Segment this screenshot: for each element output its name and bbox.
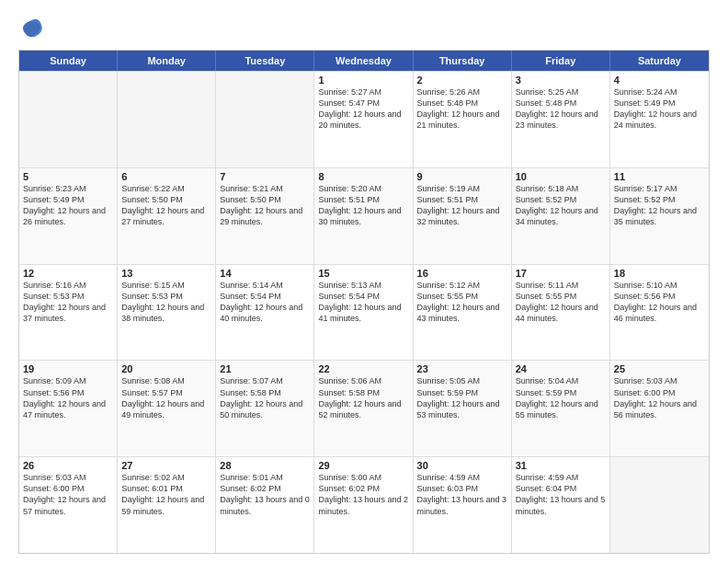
day-info: Sunrise: 5:09 AM Sunset: 5:56 PM Dayligh…	[23, 375, 113, 420]
page: SundayMondayTuesdayWednesdayThursdayFrid…	[0, 0, 728, 563]
header-cell-monday: Monday	[118, 51, 216, 71]
day-info: Sunrise: 5:26 AM Sunset: 5:48 PM Dayligh…	[417, 86, 507, 132]
calendar-body: 1Sunrise: 5:27 AM Sunset: 5:47 PM Daylig…	[19, 71, 709, 553]
day-number: 22	[318, 363, 408, 374]
day-number: 29	[318, 460, 408, 471]
empty-cell	[610, 457, 709, 553]
day-number: 24	[516, 363, 606, 374]
day-number: 20	[121, 363, 211, 374]
day-number: 27	[121, 460, 211, 471]
day-number: 23	[417, 363, 507, 374]
day-cell-10: 10Sunrise: 5:18 AM Sunset: 5:52 PM Dayli…	[512, 168, 610, 264]
day-cell-20: 20Sunrise: 5:08 AM Sunset: 5:57 PM Dayli…	[118, 361, 216, 456]
calendar-row-1: 5Sunrise: 5:23 AM Sunset: 5:49 PM Daylig…	[19, 167, 709, 264]
day-cell-11: 11Sunrise: 5:17 AM Sunset: 5:52 PM Dayli…	[610, 168, 709, 264]
day-number: 13	[121, 268, 211, 279]
day-cell-30: 30Sunrise: 4:59 AM Sunset: 6:03 PM Dayli…	[414, 457, 512, 553]
day-info: Sunrise: 5:20 AM Sunset: 5:51 PM Dayligh…	[318, 183, 408, 228]
day-cell-19: 19Sunrise: 5:09 AM Sunset: 5:56 PM Dayli…	[19, 361, 118, 456]
day-info: Sunrise: 4:59 AM Sunset: 6:04 PM Dayligh…	[516, 472, 606, 517]
day-info: Sunrise: 5:25 AM Sunset: 5:48 PM Dayligh…	[516, 86, 606, 132]
day-number: 26	[23, 460, 113, 471]
day-info: Sunrise: 5:03 AM Sunset: 6:00 PM Dayligh…	[614, 375, 705, 420]
day-info: Sunrise: 5:08 AM Sunset: 5:57 PM Dayligh…	[121, 375, 211, 420]
day-number: 5	[23, 171, 113, 182]
day-info: Sunrise: 5:14 AM Sunset: 5:54 PM Dayligh…	[220, 280, 310, 325]
day-cell-26: 26Sunrise: 5:03 AM Sunset: 6:00 PM Dayli…	[19, 457, 118, 553]
day-cell-24: 24Sunrise: 5:04 AM Sunset: 5:59 PM Dayli…	[512, 361, 610, 456]
day-info: Sunrise: 5:02 AM Sunset: 6:01 PM Dayligh…	[121, 472, 211, 517]
day-number: 21	[220, 363, 310, 374]
empty-cell	[216, 72, 314, 167]
day-number: 10	[516, 171, 606, 182]
day-number: 1	[318, 75, 408, 86]
day-info: Sunrise: 5:10 AM Sunset: 5:56 PM Dayligh…	[614, 280, 705, 325]
header-cell-friday: Friday	[512, 51, 610, 71]
day-info: Sunrise: 5:16 AM Sunset: 5:53 PM Dayligh…	[23, 280, 113, 325]
day-cell-3: 3Sunrise: 5:25 AM Sunset: 5:48 PM Daylig…	[512, 72, 610, 167]
day-cell-21: 21Sunrise: 5:07 AM Sunset: 5:58 PM Dayli…	[216, 361, 314, 456]
day-cell-23: 23Sunrise: 5:05 AM Sunset: 5:59 PM Dayli…	[414, 361, 512, 456]
day-number: 6	[121, 171, 211, 182]
day-info: Sunrise: 5:23 AM Sunset: 5:49 PM Dayligh…	[23, 183, 113, 228]
day-info: Sunrise: 5:15 AM Sunset: 5:53 PM Dayligh…	[121, 280, 211, 325]
day-cell-1: 1Sunrise: 5:27 AM Sunset: 5:47 PM Daylig…	[314, 72, 413, 167]
day-cell-7: 7Sunrise: 5:21 AM Sunset: 5:50 PM Daylig…	[216, 168, 314, 264]
header-cell-thursday: Thursday	[414, 51, 512, 71]
day-cell-5: 5Sunrise: 5:23 AM Sunset: 5:49 PM Daylig…	[19, 168, 118, 264]
day-info: Sunrise: 5:11 AM Sunset: 5:55 PM Dayligh…	[516, 280, 606, 325]
day-cell-31: 31Sunrise: 4:59 AM Sunset: 6:04 PM Dayli…	[512, 457, 610, 553]
day-cell-18: 18Sunrise: 5:10 AM Sunset: 5:56 PM Dayli…	[610, 265, 709, 361]
day-info: Sunrise: 5:18 AM Sunset: 5:52 PM Dayligh…	[516, 183, 606, 228]
day-cell-13: 13Sunrise: 5:15 AM Sunset: 5:53 PM Dayli…	[118, 265, 216, 361]
day-number: 4	[614, 75, 705, 86]
header-cell-sunday: Sunday	[19, 51, 118, 71]
day-number: 30	[417, 460, 507, 471]
day-cell-8: 8Sunrise: 5:20 AM Sunset: 5:51 PM Daylig…	[314, 168, 413, 264]
day-info: Sunrise: 5:22 AM Sunset: 5:50 PM Dayligh…	[121, 183, 211, 228]
day-info: Sunrise: 5:07 AM Sunset: 5:58 PM Dayligh…	[220, 375, 310, 420]
calendar-row-3: 19Sunrise: 5:09 AM Sunset: 5:56 PM Dayli…	[19, 360, 709, 456]
header	[18, 15, 710, 40]
logo	[18, 15, 48, 40]
calendar-header-row: SundayMondayTuesdayWednesdayThursdayFrid…	[19, 51, 709, 71]
calendar-row-4: 26Sunrise: 5:03 AM Sunset: 6:00 PM Dayli…	[19, 456, 709, 553]
logo-icon	[18, 15, 44, 40]
day-number: 25	[614, 363, 705, 374]
day-number: 12	[23, 268, 113, 279]
day-number: 18	[614, 268, 705, 279]
day-cell-14: 14Sunrise: 5:14 AM Sunset: 5:54 PM Dayli…	[216, 265, 314, 361]
day-number: 7	[220, 171, 310, 182]
day-info: Sunrise: 5:13 AM Sunset: 5:54 PM Dayligh…	[318, 280, 408, 325]
day-number: 14	[220, 268, 310, 279]
day-cell-25: 25Sunrise: 5:03 AM Sunset: 6:00 PM Dayli…	[610, 361, 709, 456]
day-info: Sunrise: 5:05 AM Sunset: 5:59 PM Dayligh…	[417, 375, 507, 420]
day-cell-2: 2Sunrise: 5:26 AM Sunset: 5:48 PM Daylig…	[414, 72, 512, 167]
day-cell-6: 6Sunrise: 5:22 AM Sunset: 5:50 PM Daylig…	[118, 168, 216, 264]
day-cell-29: 29Sunrise: 5:00 AM Sunset: 6:02 PM Dayli…	[314, 457, 413, 553]
day-cell-27: 27Sunrise: 5:02 AM Sunset: 6:01 PM Dayli…	[118, 457, 216, 553]
day-cell-15: 15Sunrise: 5:13 AM Sunset: 5:54 PM Dayli…	[314, 265, 413, 361]
empty-cell	[19, 72, 118, 167]
day-info: Sunrise: 5:01 AM Sunset: 6:02 PM Dayligh…	[220, 472, 310, 517]
day-number: 11	[614, 171, 705, 182]
day-info: Sunrise: 5:12 AM Sunset: 5:55 PM Dayligh…	[417, 280, 507, 325]
day-number: 2	[417, 75, 507, 86]
calendar-row-2: 12Sunrise: 5:16 AM Sunset: 5:53 PM Dayli…	[19, 264, 709, 361]
day-info: Sunrise: 5:21 AM Sunset: 5:50 PM Dayligh…	[220, 183, 310, 228]
day-info: Sunrise: 5:24 AM Sunset: 5:49 PM Dayligh…	[614, 86, 705, 132]
day-cell-4: 4Sunrise: 5:24 AM Sunset: 5:49 PM Daylig…	[610, 72, 709, 167]
day-number: 16	[417, 268, 507, 279]
day-info: Sunrise: 5:19 AM Sunset: 5:51 PM Dayligh…	[417, 183, 507, 228]
day-cell-9: 9Sunrise: 5:19 AM Sunset: 5:51 PM Daylig…	[414, 168, 512, 264]
day-cell-28: 28Sunrise: 5:01 AM Sunset: 6:02 PM Dayli…	[216, 457, 314, 553]
calendar: SundayMondayTuesdayWednesdayThursdayFrid…	[18, 50, 710, 554]
day-number: 17	[516, 268, 606, 279]
day-info: Sunrise: 5:17 AM Sunset: 5:52 PM Dayligh…	[614, 183, 705, 228]
header-cell-saturday: Saturday	[610, 51, 709, 71]
day-info: Sunrise: 5:27 AM Sunset: 5:47 PM Dayligh…	[318, 86, 408, 132]
header-cell-tuesday: Tuesday	[216, 51, 314, 71]
day-info: Sunrise: 4:59 AM Sunset: 6:03 PM Dayligh…	[417, 472, 507, 517]
day-number: 8	[318, 171, 408, 182]
day-info: Sunrise: 5:04 AM Sunset: 5:59 PM Dayligh…	[516, 375, 606, 420]
